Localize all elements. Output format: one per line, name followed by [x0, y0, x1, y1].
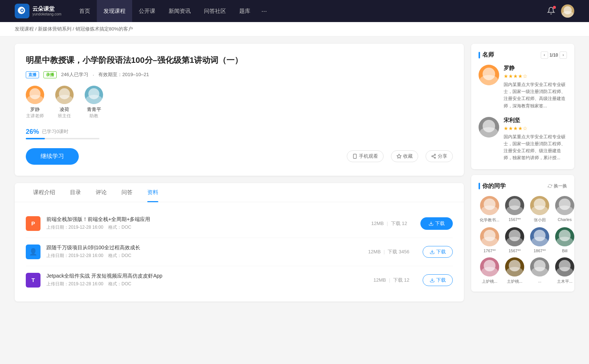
classmate-8[interactable]: Bill: [554, 227, 576, 253]
classmate-9[interactable]: 上炉桃...: [479, 257, 501, 284]
classmate-5[interactable]: 1767**: [479, 227, 501, 253]
file-meta-2: 上传日期：2019-12-28 16:00 格式：DOC: [46, 253, 362, 259]
nav-item-news[interactable]: 新闻资讯: [162, 0, 197, 22]
nav-item-qa[interactable]: 问答社区: [197, 0, 233, 22]
refresh-classmates-button[interactable]: 换一换: [548, 183, 567, 189]
classmate-1-avatar: [480, 196, 499, 215]
nav-item-discover[interactable]: 发现课程: [97, 0, 132, 22]
download-icon-3: [430, 278, 435, 283]
sidebar-teacher-1-avatar: [479, 65, 499, 85]
svg-point-4: [432, 156, 433, 157]
tab-comments[interactable]: 评论: [88, 183, 114, 202]
classmate-3-name: 张小田: [529, 217, 551, 223]
sidebar-teacher-2: 宋利坚 ★★★★☆ 国内某重点大学安全工程专业硕士，国家一级注册消防工程师、注册…: [479, 117, 567, 162]
classmate-9-avatar: [480, 257, 499, 276]
download-button-1[interactable]: 下载: [420, 217, 453, 230]
sidebar-teacher-1-name: 罗静: [504, 65, 567, 72]
classmate-4-avatar: [555, 196, 574, 215]
download-button-3[interactable]: 下载: [423, 274, 453, 286]
svg-marker-2: [397, 154, 401, 158]
refresh-icon: [548, 184, 552, 188]
progress-bar-bg: [26, 138, 99, 139]
nav-item-public[interactable]: 公开课: [132, 0, 162, 22]
file-details-2: 跟随千万级项目从0到100全过程高效成长 上传日期：2019-12-28 16:…: [46, 245, 362, 259]
teacher-2-avatar: [55, 86, 74, 104]
tab-catalog[interactable]: 目录: [63, 183, 88, 202]
classmate-5-avatar: [480, 227, 499, 246]
breadcrumb: 发现课程 / 新媒体营销系列 / 销冠修炼术搞定80%的客户: [0, 22, 589, 36]
badge-live: 直播: [26, 71, 39, 78]
bell-icon[interactable]: [547, 7, 555, 16]
teacher-pagination: ‹ 1/10 ›: [541, 51, 567, 59]
sidebar-teacher-1-info: 罗静 ★★★★☆ 国内某重点大学安全工程专业硕士，国家一级注册消防工程师、注册安…: [504, 65, 567, 110]
teachers-sidebar-card: 名师 ‹ 1/10 › 罗静 ★★★★☆ 国内某重点大学安全工程专业硕士，国家一…: [471, 44, 574, 169]
tab-intro[interactable]: 课程介绍: [26, 183, 63, 202]
file-name-2: 跟随千万级项目从0到100全过程高效成长: [46, 245, 362, 251]
breadcrumb-discover[interactable]: 发现课程: [15, 26, 34, 32]
teacher-2: 凌荷 班主任: [55, 86, 74, 119]
classmate-12[interactable]: 土木平...: [554, 257, 576, 284]
teacher-1-name: 罗静: [30, 106, 40, 113]
tab-materials[interactable]: 资料: [140, 183, 166, 202]
teacher-1: 罗静 主讲老师: [26, 86, 44, 119]
teacher-3-name: 青青平: [87, 106, 101, 113]
course-valid: 有效期至：2019–10–21: [98, 71, 149, 78]
teacher-prev-button[interactable]: ‹: [541, 51, 548, 59]
teacher-2-role: 班主任: [58, 113, 71, 119]
share-icon: [431, 154, 436, 159]
continue-study-button[interactable]: 继续学习: [26, 148, 79, 165]
classmate-10-avatar: [505, 257, 524, 276]
course-students: 246人已学习: [61, 71, 88, 78]
teacher-1-avatar: [26, 86, 44, 104]
notification-dot: [553, 6, 556, 9]
mobile-watch-button[interactable]: 手机观看: [347, 150, 384, 162]
teacher-3: 青青平 助教: [85, 86, 103, 119]
classmate-4[interactable]: Charles: [554, 196, 576, 223]
classmate-11-name: ...: [529, 279, 551, 283]
classmate-6[interactable]: 1567**: [504, 227, 526, 253]
nav-more-button[interactable]: ···: [257, 7, 271, 15]
classmates-sidebar-title: 你的同学 换一换: [479, 182, 567, 190]
file-details-1: 前端全栈加强版！前端全栈+全周期+多端应用 上传日期：2019-12-28 16…: [46, 216, 366, 231]
classmate-7-name: 1867**: [529, 249, 551, 253]
tabs-section: 课程介绍 目录 评论 问答 资料 P 前端全栈加强版！前端全栈+全周期+多端应用…: [15, 183, 464, 301]
classmate-11[interactable]: ...: [529, 257, 551, 284]
classmate-2[interactable]: 1567**: [504, 196, 526, 223]
file-icon-2: 👤: [26, 245, 40, 259]
file-meta-3: 上传日期：2019-12-28 16:00 格式：DOC: [46, 281, 368, 287]
nav-items: 首页 发现课程 公开课 新闻资讯 问答社区 题库 ···: [73, 0, 547, 22]
classmate-5-name: 1767**: [479, 249, 501, 253]
classmates-accent-bar: [479, 183, 480, 189]
sidebar-teacher-1-stars: ★★★★☆: [504, 73, 567, 79]
download-icon-2: [430, 249, 435, 254]
sidebar-teacher-2-desc: 国内某重点大学安全工程专业硕士，国家一级注册消防工程师、注册安全工程师、级注册建…: [504, 133, 567, 162]
user-avatar-nav[interactable]: [561, 4, 574, 18]
classmate-12-name: 土木平...: [554, 279, 576, 284]
nav-item-library[interactable]: 题库: [233, 0, 257, 22]
teachers-row: 罗静 主讲老师 凌荷 班主任: [26, 86, 453, 119]
classmate-3[interactable]: 张小田: [529, 196, 551, 223]
main-layout: 明星中教授课，小学阶段语法100分–强化级第1讲动词（一） 直播 录播 246人…: [0, 36, 589, 309]
logo[interactable]: 云朵课堂 yundoketang.com: [15, 4, 61, 18]
progress-section: 26% 已学习0课时: [26, 128, 453, 139]
nav-right: [547, 4, 574, 18]
tab-qa[interactable]: 问答: [114, 183, 140, 202]
teacher-next-button[interactable]: ›: [560, 51, 567, 59]
file-icon-1: P: [26, 216, 40, 231]
file-stats-1: 12MB | 下载 12: [371, 220, 407, 227]
classmate-1[interactable]: 化学教书...: [479, 196, 501, 223]
file-stats-2: 12MB | 下载 3456: [368, 249, 409, 255]
nav-item-home[interactable]: 首页: [73, 0, 97, 22]
classmate-10-name: 土炉桃...: [504, 279, 526, 284]
classmate-10[interactable]: 土炉桃...: [504, 257, 526, 284]
download-button-2[interactable]: 下载: [423, 246, 453, 258]
download-icon-1: [428, 221, 434, 226]
breadcrumb-series[interactable]: 新媒体营销系列: [38, 26, 71, 32]
sidebar-teacher-2-info: 宋利坚 ★★★★☆ 国内某重点大学安全工程专业硕士，国家一级注册消防工程师、注册…: [504, 117, 567, 162]
collect-button[interactable]: 收藏: [391, 150, 418, 162]
file-icon-3: T: [26, 273, 40, 288]
share-button[interactable]: 分享: [426, 150, 453, 162]
classmate-7[interactable]: 1867**: [529, 227, 551, 253]
course-title: 明星中教授课，小学阶段语法100分–强化级第1讲动词（一）: [26, 55, 453, 66]
tabs-content: P 前端全栈加强版！前端全栈+全周期+多端应用 上传日期：2019-12-28 …: [15, 202, 464, 301]
